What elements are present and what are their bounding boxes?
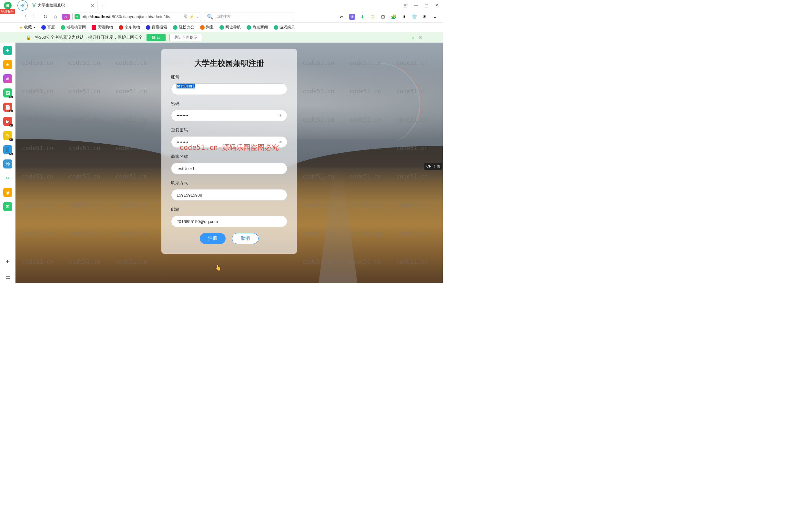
search-icon: 🔍 — [207, 13, 213, 20]
search-input[interactable]: 🔍 点此搜索 — [204, 12, 294, 21]
ime-indicator[interactable]: CH ☽ 简 — [425, 163, 442, 170]
cancel-button[interactable]: 取消 — [232, 233, 259, 244]
bookmark-news[interactable]: 热点新闻 — [246, 25, 268, 30]
logo-e-icon: e — [4, 2, 11, 9]
addressbar: 〈 〉 ↻ ⌂ AI + http://localhost:8080/xiaoy… — [0, 11, 443, 23]
search-placeholder: 点此搜索 — [215, 14, 231, 19]
red-watermark: code51.cn-源码乐园盗图必究 — [179, 143, 279, 152]
sidebar-doc-icon[interactable]: 📘AI — [3, 145, 12, 154]
main-area: ✚ ★ AI 🖼AI 📄AI ▶AI ✎AI 📘AI 译 ✂ ◉ ✉ + ☰ 1… — [0, 42, 443, 283]
sidebar-scissors-icon[interactable]: ✂ — [3, 174, 12, 183]
sidebar-list-icon[interactable]: ☰ — [5, 274, 10, 280]
cut-icon[interactable]: ✂ — [339, 14, 345, 20]
lock-icon: 🔒 — [26, 35, 31, 40]
window-close-icon[interactable]: ✕ — [434, 3, 439, 8]
banner-later-button[interactable]: 最近不再提示 — [169, 34, 202, 41]
office-icon — [173, 25, 177, 30]
taobao-icon — [200, 25, 205, 30]
bookmark-baidu[interactable]: 百度 — [41, 25, 55, 30]
browser-logo[interactable]: e 登录账号 — [0, 0, 16, 11]
banner-confirm-button[interactable]: 确 认 — [147, 34, 166, 41]
nav-reload-icon[interactable]: ↻ — [41, 13, 49, 20]
sidebar-video-icon[interactable]: ▶AI — [3, 117, 12, 126]
favorites-button[interactable]: ★收藏▾ — [19, 25, 35, 30]
location-arrow-icon[interactable] — [18, 0, 28, 11]
sidebar: ✚ ★ AI 🖼AI 📄AI ▶AI ✎AI 📘AI 译 ✂ ◉ ✉ + ☰ — [0, 42, 16, 283]
nav-back-icon[interactable]: 〈 — [21, 13, 28, 20]
field-username: 账号 testUser1 — [171, 74, 287, 95]
url-text: http://localhost:8080/xiaoyuanjianzhi/ad… — [82, 14, 181, 19]
login-badge[interactable]: 登录账号 — [0, 9, 15, 14]
apps-icon[interactable]: ⠿ — [401, 14, 407, 20]
ai-badge-icon[interactable]: AI — [62, 14, 70, 20]
tmall-icon — [92, 25, 96, 30]
eye-icon[interactable]: 👁 — [279, 113, 283, 118]
password-input[interactable] — [171, 110, 287, 121]
browser-tab[interactable]: V 大学生校园兼职 ✕ — [30, 1, 97, 10]
eye-icon[interactable]: 👁 — [279, 140, 283, 145]
form-title: 大学生校园兼职注册 — [171, 58, 287, 68]
grid-icon[interactable]: ⊞ — [380, 14, 386, 20]
window-minimize-icon[interactable]: — — [414, 3, 418, 8]
banner-close-icon[interactable]: ✕ — [418, 34, 422, 41]
menu-icon[interactable]: ≡ — [432, 14, 438, 20]
sidebar-star-icon[interactable]: ★ — [3, 60, 12, 69]
contact-input[interactable] — [171, 189, 287, 201]
nav-home-icon[interactable]: ⌂ — [52, 14, 59, 20]
sidebar-pdf-icon[interactable]: 📄AI — [3, 103, 12, 112]
bookmark-jd[interactable]: 京东购物 — [119, 25, 140, 30]
email-label: 邮箱 — [171, 207, 287, 212]
toolbar-right: ✂ 译 ⬇ 🛡 ⊞ 🧩 ⠿ 👕 ☀ ≡ — [339, 14, 440, 20]
tab-title: 大学生校园兼职 — [38, 3, 89, 8]
sidebar-translate-icon[interactable]: 译 — [3, 160, 12, 169]
secure-plus-icon: + — [75, 14, 80, 19]
sidebar-add-button[interactable]: + — [6, 258, 10, 265]
window-restore-icon[interactable]: ◰ — [403, 3, 408, 8]
email-input[interactable] — [171, 215, 287, 227]
baidu-search-icon — [146, 25, 150, 30]
form-buttons: 注册 取消 — [171, 233, 287, 244]
download-icon[interactable]: ⬇ — [359, 14, 365, 20]
addr-dropdown-icon[interactable]: ⌄ — [196, 15, 199, 19]
username-label: 账号 — [171, 74, 287, 80]
merchant-input[interactable] — [171, 163, 287, 174]
register-button[interactable]: 注册 — [200, 233, 226, 244]
bookmark-office[interactable]: 轻松办公 — [173, 25, 194, 30]
shield-icon[interactable]: 🛡 — [370, 14, 376, 20]
window-controls: ◰ — ▢ ✕ — [400, 3, 443, 8]
bookmark-games[interactable]: 游戏娱乐 — [274, 25, 295, 30]
field-email: 邮箱 — [171, 207, 287, 227]
skin-icon[interactable]: 👕 — [411, 14, 417, 20]
sidebar-ai-icon[interactable]: AI — [3, 74, 12, 83]
bookmark-nav[interactable]: 网址导航 — [220, 25, 241, 30]
nav-icon — [220, 25, 224, 30]
sidebar-edit-icon[interactable]: ✎AI — [3, 131, 12, 140]
page-content: 1.cn code51.cn code51.cn code51.cn code5… — [16, 42, 443, 283]
sidebar-image-icon[interactable]: 🖼AI — [3, 88, 12, 97]
theme-icon[interactable]: ☀ — [422, 14, 427, 20]
address-input[interactable]: + http://localhost:8080/xiaoyuanjianzhi/… — [72, 12, 201, 21]
games-icon — [274, 25, 278, 30]
repeat-password-label: 重复密码 — [171, 127, 287, 133]
banner-text: 将360安全浏览器设为默认，提升打开速度，保护上网安全 — [35, 34, 143, 40]
translate-icon[interactable]: 译 — [349, 14, 355, 20]
bookmark-baidu-search[interactable]: 百度搜索 — [146, 25, 167, 30]
sidebar-health-icon[interactable]: ✚ — [3, 46, 12, 55]
username-input[interactable]: testUser1 — [171, 83, 287, 95]
sidebar-mail-icon[interactable]: ✉ — [3, 202, 12, 211]
mouse-cursor-icon: 👆 — [215, 265, 222, 271]
bookmark-tmall[interactable]: 天猫购物 — [92, 25, 113, 30]
news-icon — [246, 25, 251, 30]
baidu-icon — [41, 25, 46, 30]
new-tab-button[interactable]: + — [102, 2, 105, 9]
tab-close-icon[interactable]: ✕ — [91, 3, 94, 8]
sidebar-weibo-icon[interactable]: ◉ — [3, 188, 12, 197]
bookmark-taobao[interactable]: 淘宝 — [200, 25, 214, 30]
puzzle-icon[interactable]: 🧩 — [390, 14, 396, 20]
bookmark-laomaotao[interactable]: 老毛桃官网 — [61, 25, 86, 30]
window-maximize-icon[interactable]: ▢ — [424, 3, 429, 8]
addr-flash-icon[interactable]: ⚡ — [189, 15, 194, 19]
banner-link-icon[interactable]: ⟐ — [411, 35, 414, 40]
field-password: 密码 👁 — [171, 101, 287, 121]
addr-extension-icon[interactable]: 器 — [183, 14, 187, 19]
